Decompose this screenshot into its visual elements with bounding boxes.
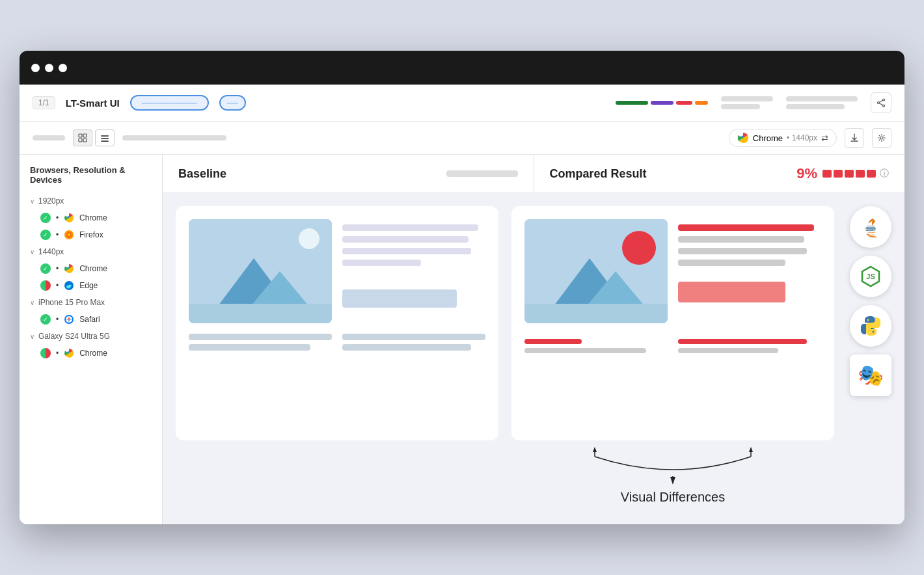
section-1920[interactable]: ∨ 1920px xyxy=(20,193,162,209)
item-1440-edge[interactable]: • Edge xyxy=(20,277,162,294)
dot-separator-3: • xyxy=(56,264,59,273)
page-counter: 1/1 xyxy=(33,96,55,109)
tech-icons-panel: JS 🎭 xyxy=(850,206,891,396)
diff-bar-3 xyxy=(845,170,854,178)
compared-footer-right xyxy=(678,339,821,353)
svg-text:JS: JS xyxy=(866,273,875,280)
svg-point-19 xyxy=(68,234,70,236)
color-seg-red xyxy=(676,101,692,105)
svg-line-3 xyxy=(879,100,883,102)
python-logo xyxy=(859,314,882,338)
edge-icon xyxy=(64,280,74,291)
color-seg-green xyxy=(616,101,648,105)
browser-name-1440-edge: Edge xyxy=(79,281,98,290)
compared-image xyxy=(524,219,668,323)
svg-point-2 xyxy=(878,102,880,104)
filter-pill-2[interactable]: ── xyxy=(219,95,246,111)
footer-line-1 xyxy=(189,334,332,340)
toolbar-right xyxy=(616,92,891,113)
grey-tline-2 xyxy=(678,248,807,254)
browser-name-1920-chrome: Chrome xyxy=(79,213,107,222)
content-wrapper: Browsers, Resolution & Devices ∨ 1920px … xyxy=(20,155,904,524)
java-icon[interactable] xyxy=(850,206,891,248)
section-galaxy[interactable]: ∨ Galaxy S24 Ultra 5G xyxy=(20,328,162,345)
window-dot-3[interactable] xyxy=(59,64,67,72)
item-iphone-safari[interactable]: ✓ • Safari xyxy=(20,311,162,328)
window-dot-1[interactable] xyxy=(31,64,40,72)
python-icon[interactable] xyxy=(850,305,891,347)
main-window: 1/1 LT-Smart UI ────────── ── xyxy=(20,51,904,524)
browser-name-1920-firefox: Firefox xyxy=(79,230,103,239)
chrome-browser-icon xyxy=(737,132,749,144)
svg-rect-6 xyxy=(83,134,87,137)
view-list-button[interactable] xyxy=(95,129,115,146)
item-1440-chrome[interactable]: ✓ • Chrome xyxy=(20,260,162,277)
item-1920-firefox[interactable]: ✓ • Firefox xyxy=(20,226,162,243)
chevron-icon-1440: ∨ xyxy=(30,248,34,256)
sub-toolbar-right: Chrome • 1440px ⇄ xyxy=(729,128,891,148)
section-1440[interactable]: ∨ 1440px xyxy=(20,243,162,260)
compared-title: Compared Result xyxy=(550,167,647,181)
svg-rect-5 xyxy=(79,134,82,137)
compared-header: Compared Result 9% ⓘ xyxy=(534,155,905,193)
baseline-image xyxy=(189,219,332,323)
settings-button[interactable] xyxy=(872,128,891,148)
screenshots-row: Visual Differences xyxy=(163,193,904,524)
svg-rect-7 xyxy=(79,139,82,142)
check-icon-1920-firefox: ✓ xyxy=(40,230,51,240)
window-dot-2[interactable] xyxy=(45,64,53,72)
tline-4 xyxy=(342,260,421,266)
item-1920-chrome[interactable]: ✓ • Chrome xyxy=(20,209,162,226)
dot-separator: • xyxy=(56,213,59,222)
section-label-1440: 1440px xyxy=(38,247,64,256)
theater-icon[interactable]: 🎭 xyxy=(850,354,891,396)
chevron-icon-1920: ∨ xyxy=(30,198,34,205)
check-icon-iphone-safari: ✓ xyxy=(40,314,51,325)
view-grid-button[interactable] xyxy=(73,129,92,146)
section-label-1920: 1920px xyxy=(38,196,64,206)
svg-line-4 xyxy=(879,103,883,105)
section-iphone[interactable]: ∨ iPhone 15 Pro Max xyxy=(20,294,162,311)
nodejs-logo: JS xyxy=(859,265,882,288)
filter-pill-1[interactable]: ────────── xyxy=(130,95,209,111)
check-icon-1440-chrome: ✓ xyxy=(40,263,51,274)
compared-screenshot: Visual Differences xyxy=(511,206,834,511)
svg-point-49 xyxy=(873,331,875,333)
share-button[interactable] xyxy=(871,92,891,113)
info-icon[interactable]: ⓘ xyxy=(880,168,889,180)
comparison-area: Baseline Compared Result 9% xyxy=(163,155,904,524)
svg-marker-41 xyxy=(670,477,675,485)
compared-image-row xyxy=(524,219,821,323)
spacer xyxy=(342,271,485,284)
filter-bar xyxy=(122,135,226,140)
browser-name-1440-chrome: Chrome xyxy=(79,264,107,273)
nodejs-icon[interactable]: JS xyxy=(850,256,891,297)
settings-icon xyxy=(877,133,886,142)
titlebar xyxy=(20,51,904,85)
dot-separator-4: • xyxy=(56,281,59,290)
diff-arrow-area: Visual Differences xyxy=(511,447,834,505)
svg-rect-10 xyxy=(101,138,109,139)
footer-col-1 xyxy=(189,334,332,351)
svg-rect-9 xyxy=(101,135,109,137)
tline-box xyxy=(342,289,457,308)
baseline-screenshot xyxy=(176,206,498,440)
grid-icon xyxy=(78,133,87,142)
grey-tline-3 xyxy=(678,260,785,266)
dot-separator-2: • xyxy=(56,230,59,239)
view-toggle xyxy=(73,129,115,146)
swap-icon: ⇄ xyxy=(821,133,828,143)
baseline-title: Baseline xyxy=(178,167,226,181)
meta-bar-4 xyxy=(786,104,845,109)
svg-rect-8 xyxy=(83,139,87,142)
compared-card xyxy=(511,206,834,440)
download-button[interactable] xyxy=(845,128,864,148)
baseline-header: Baseline xyxy=(163,155,534,193)
side-panel-title: Browsers, Resolution & Devices xyxy=(20,165,162,193)
baseline-footer xyxy=(189,334,485,351)
browser-selector[interactable]: Chrome • 1440px ⇄ xyxy=(729,129,837,147)
tline-2 xyxy=(342,236,469,243)
grey-footer-1 xyxy=(524,348,646,353)
item-galaxy-chrome[interactable]: • Chrome xyxy=(20,345,162,362)
compared-text-lines xyxy=(678,219,821,302)
